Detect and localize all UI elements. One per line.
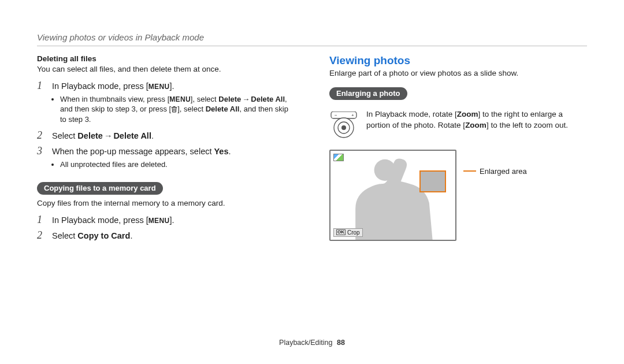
step-text: When the pop-up message appears, select … (52, 147, 231, 156)
bullet-item: When in thumbnails view, press [MENU], s… (60, 94, 295, 125)
footer-page-number: 88 (337, 339, 345, 347)
text: Select (52, 231, 77, 240)
delete-all-heading: Deleting all files (37, 54, 295, 63)
svg-text:+: + (351, 113, 354, 118)
ok-icon: OK (336, 229, 346, 235)
text-bold: Copy to Card (77, 231, 130, 240)
right-column: Viewing photos Enlarge part of a photo o… (329, 54, 587, 244)
step-number: 1 (37, 214, 46, 226)
step-text: Select Delete→Delete All. (52, 131, 154, 140)
step-number: 1 (37, 80, 46, 92)
pill-copy-files: Copying files to a memory card (37, 182, 163, 195)
text-bold: Zoom (465, 121, 486, 129)
arrow-icon: → (241, 95, 251, 103)
viewing-photos-intro: Enlarge part of a photo or view photos a… (329, 68, 587, 79)
step-row: 1 In Playback mode, press [MENU]. (37, 80, 295, 92)
header-divider (37, 46, 587, 46)
svg-text:−: − (335, 113, 337, 118)
trash-icon (171, 106, 177, 113)
text-bold: Delete All (113, 131, 151, 140)
text: . (229, 147, 231, 156)
step-bullets: When in thumbnails view, press [MENU], s… (60, 94, 295, 125)
silhouette-icon (330, 151, 455, 240)
text: . (151, 131, 154, 140)
menu-label-icon: MENU (148, 83, 170, 91)
enlarged-area-callout: Enlarged area (463, 167, 527, 176)
text: In Playback mode, press [ (52, 81, 148, 91)
text-bold: Delete All (251, 95, 285, 103)
svg-point-6 (374, 159, 396, 181)
text-bold: Delete (77, 131, 103, 140)
page-header: Viewing photos or videos in Playback mod… (37, 32, 587, 42)
callout-text: Enlarged area (480, 167, 527, 176)
page-footer: Playback/Editing 88 (0, 339, 624, 347)
step-text: In Playback mode, press [MENU]. (52, 216, 174, 225)
bullet-item: All unprotected files are deleted. (60, 159, 295, 170)
step-number: 2 (37, 229, 46, 242)
text: ]. (169, 81, 174, 91)
step-row: 2 Select Delete→Delete All. (37, 129, 295, 142)
step-text: In Playback mode, press [MENU]. (52, 81, 174, 91)
thumbnail-indicator-icon (333, 154, 344, 161)
text: In Playback mode, rotate [ (366, 110, 457, 118)
text-bold: Delete (218, 95, 241, 103)
text: In Playback mode, press [ (52, 216, 148, 225)
step-row: 2 Select Copy to Card. (37, 229, 295, 242)
copy-intro: Copy files from the internal memory to a… (37, 198, 295, 209)
text: . (130, 231, 132, 240)
delete-all-intro: You can select all files, and then delet… (37, 64, 295, 75)
step-row: 3 When the pop-up message appears, selec… (37, 145, 295, 157)
enlarged-area-box (419, 170, 446, 192)
step-row: 1 In Playback mode, press [MENU]. (37, 214, 295, 226)
text: When in thumbnails view, press [ (60, 95, 169, 103)
text-bold: Zoom (457, 110, 478, 118)
menu-label-icon: MENU (148, 217, 170, 225)
pill-enlarging: Enlarging a photo (329, 87, 407, 100)
crop-label: Crop (347, 229, 360, 236)
left-column: Deleting all files You can select all fi… (37, 54, 295, 244)
svg-point-5 (341, 125, 346, 130)
arrow-icon: → (103, 131, 114, 140)
step-number: 2 (37, 129, 46, 142)
text: When the pop-up message appears, select (52, 147, 214, 156)
text: ] to the left to zoom out. (486, 121, 568, 129)
footer-section: Playback/Editing (279, 339, 332, 347)
step-text: Select Copy to Card. (52, 231, 132, 240)
menu-label-icon: MENU (169, 95, 191, 104)
callout-line (463, 170, 476, 172)
text: ], select (177, 105, 205, 113)
text: ], select (191, 95, 218, 103)
text: Select (52, 131, 77, 140)
viewing-photos-title: Viewing photos (329, 54, 587, 67)
text-bold: Delete All (206, 105, 240, 113)
crop-bar: OK Crop (333, 228, 363, 237)
text-bold: Yes (214, 147, 229, 156)
step-bullets: All unprotected files are deleted. (60, 159, 295, 170)
step-number: 3 (37, 145, 46, 157)
photo-preview: OK Crop (329, 150, 456, 241)
zoom-dial-icon: − + (329, 112, 358, 139)
text: ]. (169, 216, 174, 225)
zoom-description: In Playback mode, rotate [Zoom] to the r… (366, 109, 587, 131)
